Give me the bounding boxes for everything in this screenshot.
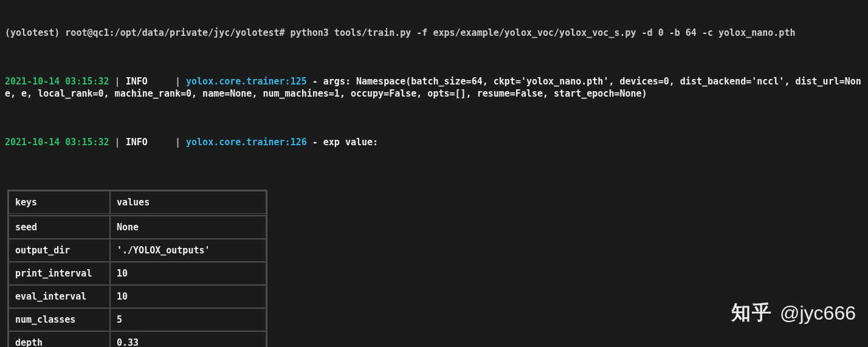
prompt-line: (yolotest) root@qc1:/opt/data/private/jy…	[5, 27, 863, 39]
table-header-row: keys values	[9, 191, 266, 216]
timestamp: 2021-10-14 03:15:32	[5, 137, 109, 148]
table-row: num_classes5	[9, 308, 266, 331]
cwd: :/opt/data/private/jyc/yolotest#	[109, 27, 291, 38]
sep: |	[170, 76, 186, 87]
module-name: yolox.core.trainer	[186, 137, 285, 148]
cell-value: 0.33	[110, 331, 266, 347]
colon: :	[285, 137, 291, 148]
cell-key: eval_interval	[9, 285, 110, 308]
venv-name: (yolotest)	[5, 27, 65, 38]
sep: |	[170, 137, 186, 148]
timestamp: 2021-10-14 03:15:32	[5, 76, 109, 87]
cell-value: 5	[110, 308, 266, 331]
header-values: values	[110, 191, 266, 216]
exp-value-table: keys values seedNone output_dir'./YOLOX_…	[7, 190, 267, 347]
log-label: exp value:	[323, 137, 384, 148]
sep: |	[109, 137, 126, 148]
cell-key: output_dir	[9, 239, 110, 262]
module-name: yolox.core.trainer	[186, 76, 285, 87]
terminal-output: (yolotest) root@qc1:/opt/data/private/jy…	[0, 0, 868, 347]
cell-key: seed	[9, 216, 110, 239]
log-line-1: 2021-10-14 03:15:32 | INFO | yolox.core.…	[5, 75, 863, 100]
table-row: depth0.33	[9, 331, 266, 347]
header-keys: keys	[9, 191, 110, 216]
dash: -	[307, 137, 323, 148]
cell-key: print_interval	[9, 262, 110, 285]
dash: -	[307, 76, 323, 87]
log-line-2: 2021-10-14 03:15:32 | INFO | yolox.core.…	[5, 136, 863, 148]
cell-value: 10	[110, 262, 266, 285]
colon: :	[285, 76, 291, 87]
table-row: print_interval10	[9, 262, 266, 285]
line-number: 126	[291, 137, 307, 148]
user-host: root@qc1	[65, 27, 109, 38]
cell-value: './YOLOX_outputs'	[110, 239, 266, 262]
watermark-user: @jyc666	[780, 302, 856, 325]
log-level: INFO	[126, 137, 170, 148]
watermark: 知乎 @jyc666	[731, 300, 856, 326]
sep: |	[109, 76, 126, 87]
cell-value: None	[110, 216, 266, 239]
command-text: python3 tools/train.py -f exps/example/y…	[291, 27, 796, 38]
table-row: seedNone	[9, 216, 266, 239]
cell-key: num_classes	[9, 308, 110, 331]
watermark-site: 知乎	[731, 300, 773, 326]
cell-key: depth	[9, 331, 110, 347]
log-level: INFO	[126, 76, 170, 87]
line-number: 125	[291, 76, 307, 87]
cell-value: 10	[110, 285, 266, 308]
table-row: output_dir'./YOLOX_outputs'	[9, 239, 266, 262]
log-label: args:	[323, 76, 356, 87]
table-row: eval_interval10	[9, 285, 266, 308]
